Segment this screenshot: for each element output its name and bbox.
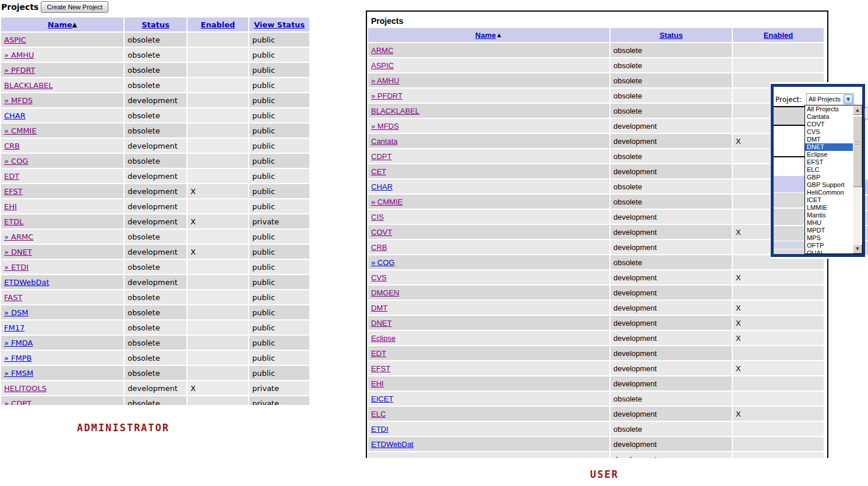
- project-link[interactable]: ARMC: [371, 46, 393, 55]
- sort-link-enabled[interactable]: Enabled: [201, 20, 235, 29]
- cell-status: development: [611, 210, 732, 224]
- project-link[interactable]: CDPT: [371, 152, 391, 161]
- project-link[interactable]: » PFDRT: [371, 91, 403, 100]
- cell-name: » PFDRT: [368, 89, 609, 103]
- project-link[interactable]: » FMSM: [4, 369, 33, 378]
- project-link[interactable]: EFST: [4, 187, 23, 196]
- scroll-up-icon[interactable]: ▲: [853, 105, 862, 115]
- table-row: CantatadevelopmentX: [368, 134, 824, 148]
- project-link[interactable]: EDT: [371, 349, 386, 358]
- cell-view_status: private: [249, 381, 309, 395]
- project-link[interactable]: CHAR: [371, 182, 393, 191]
- project-link[interactable]: » MFDS: [371, 122, 399, 131]
- project-link[interactable]: » AMHU: [371, 76, 399, 85]
- project-link[interactable]: CRB: [4, 142, 20, 150]
- column-header-status[interactable]: Status: [611, 28, 732, 42]
- project-link[interactable]: Cantata: [371, 137, 398, 146]
- project-link[interactable]: » AMHU: [4, 51, 34, 59]
- project-select[interactable]: All Projects ▼: [806, 93, 854, 105]
- sort-link-status[interactable]: Status: [659, 31, 683, 40]
- dropdown-option[interactable]: HeliCommon: [805, 189, 853, 196]
- sort-link-view-status[interactable]: View Status: [254, 20, 305, 29]
- dropdown-option[interactable]: CVS: [805, 128, 853, 136]
- project-link[interactable]: » MFDS: [4, 96, 33, 105]
- project-link[interactable]: » FMPB: [4, 354, 32, 362]
- sort-link-enabled[interactable]: Enabled: [764, 31, 793, 40]
- project-link[interactable]: ELC: [371, 410, 386, 418]
- column-header-name[interactable]: Name▲: [368, 28, 609, 42]
- dropdown-option[interactable]: DNET: [805, 143, 853, 151]
- project-link[interactable]: EDT: [4, 172, 19, 181]
- column-header-view-status[interactable]: View Status: [249, 17, 309, 31]
- dropdown-option[interactable]: QUAL: [805, 249, 853, 254]
- project-link[interactable]: DMT: [371, 304, 387, 312]
- project-link[interactable]: » ARMC: [4, 233, 33, 241]
- sort-link-name[interactable]: Name: [48, 20, 72, 29]
- project-link[interactable]: ETDWebDat: [371, 440, 414, 449]
- column-header-enabled[interactable]: Enabled: [188, 17, 248, 31]
- chevron-down-icon[interactable]: ▼: [844, 94, 853, 104]
- cell-name: EDT: [1, 169, 124, 183]
- dropdown-option[interactable]: DMT: [805, 136, 853, 143]
- scroll-down-icon[interactable]: ▼: [853, 244, 862, 253]
- project-link[interactable]: » DNET: [4, 248, 32, 256]
- dropdown-option[interactable]: ICET: [805, 196, 853, 204]
- cell-enabled: X: [188, 381, 248, 395]
- project-link[interactable]: ASPIC: [371, 61, 394, 70]
- project-link[interactable]: » CMMIE: [371, 198, 403, 206]
- project-link[interactable]: COVT: [371, 228, 392, 237]
- project-link[interactable]: FAST: [4, 293, 22, 302]
- project-link[interactable]: » ETDI: [4, 263, 29, 272]
- project-link[interactable]: BLACKLABEL: [371, 107, 419, 115]
- dropdown-option[interactable]: COVT: [805, 121, 853, 128]
- project-link[interactable]: » FMDA: [4, 339, 33, 347]
- project-link[interactable]: DNET: [371, 319, 391, 327]
- dropdown-option[interactable]: MPS: [805, 234, 853, 242]
- create-new-project-button[interactable]: Create New Project: [41, 1, 108, 13]
- project-link[interactable]: CIS: [371, 213, 384, 221]
- project-link[interactable]: FM17: [4, 323, 24, 332]
- project-link[interactable]: » COG: [4, 157, 28, 165]
- dropdown-option[interactable]: MPDT: [805, 227, 853, 234]
- project-link[interactable]: » CMMIE: [4, 126, 37, 135]
- sort-link-name[interactable]: Name: [475, 31, 496, 40]
- project-link[interactable]: BLACKLABEL: [4, 81, 53, 90]
- sort-link-status[interactable]: Status: [142, 20, 170, 29]
- project-link[interactable]: » CDPT: [4, 399, 31, 406]
- project-link[interactable]: ASPIC: [4, 36, 26, 44]
- project-link[interactable]: CRB: [371, 243, 387, 252]
- dropdown-option[interactable]: Eclipse: [805, 151, 853, 159]
- project-link[interactable]: CVS: [371, 273, 387, 282]
- dropdown-option[interactable]: MHU: [805, 219, 853, 227]
- column-header-name[interactable]: Name▲: [1, 17, 124, 31]
- project-link[interactable]: DMGEN: [371, 288, 399, 297]
- dropdown-option[interactable]: OFTP: [805, 242, 853, 249]
- dropdown-option[interactable]: GBP: [805, 174, 853, 181]
- column-header-enabled[interactable]: Enabled: [733, 28, 824, 42]
- project-link[interactable]: » DSM: [4, 308, 29, 317]
- project-link[interactable]: HELITOOLS: [4, 384, 47, 393]
- dropdown-option[interactable]: LMMIE: [805, 204, 853, 212]
- project-link[interactable]: » COG: [371, 258, 394, 267]
- dropdown-option[interactable]: GBP Support: [805, 181, 853, 189]
- project-link[interactable]: EHI: [371, 379, 384, 388]
- dropdown-option[interactable]: EFST: [805, 159, 853, 166]
- project-link[interactable]: ETDI: [371, 425, 389, 434]
- project-link[interactable]: EICET: [371, 395, 393, 403]
- dropdown-option[interactable]: ELC: [805, 166, 853, 174]
- dropdown-scrollbar[interactable]: ▲ ▼: [853, 105, 862, 253]
- project-link[interactable]: EFST: [371, 364, 390, 373]
- dropdown-option[interactable]: Cantata: [805, 113, 853, 121]
- column-header-status[interactable]: Status: [125, 17, 186, 31]
- project-link[interactable]: Eclipse: [371, 334, 396, 343]
- project-link[interactable]: EHI: [4, 202, 17, 211]
- dropdown-option[interactable]: Mantis: [805, 212, 853, 219]
- scrollbar-thumb[interactable]: [853, 116, 862, 187]
- project-link[interactable]: ETDL: [4, 217, 23, 226]
- project-link[interactable]: » PFDRT: [4, 66, 35, 75]
- dropdown-option[interactable]: All Projects: [805, 105, 853, 113]
- project-link[interactable]: CHAR: [4, 111, 26, 120]
- project-link[interactable]: ETDWebDat: [4, 278, 50, 287]
- project-link[interactable]: CET: [371, 167, 386, 176]
- table-row: » FMDAobsoletepublic: [1, 336, 309, 350]
